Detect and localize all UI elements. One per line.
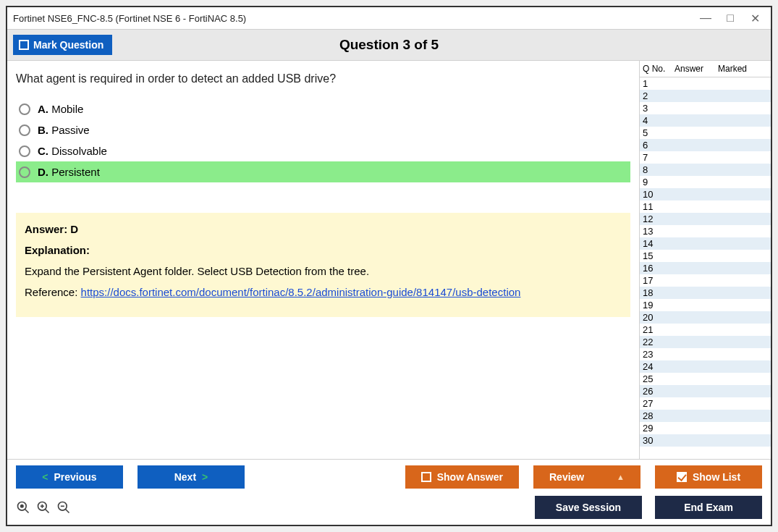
next-button[interactable]: Next > <box>138 465 245 489</box>
header-bar: Mark Question Question 3 of 5 <box>7 29 771 61</box>
question-list-row[interactable]: 20 <box>640 311 771 324</box>
option-text: Passive <box>51 124 90 136</box>
titlebar: Fortinet NSE6_FNC-8.5 (Fortinet NSE 6 - … <box>7 7 771 29</box>
question-list-row[interactable]: 1 <box>640 77 771 90</box>
mark-checkbox-icon <box>19 40 29 50</box>
question-list-row[interactable]: 23 <box>640 348 771 360</box>
review-caret-icon: ▲ <box>617 473 625 481</box>
review-label: Review <box>549 471 584 483</box>
save-session-button[interactable]: Save Session <box>535 496 642 519</box>
question-panel: What agent is required in order to detec… <box>7 61 639 459</box>
options-list: A. MobileB. PassiveC. DissolvableD. Pers… <box>16 98 630 182</box>
explanation-label: Explanation: <box>25 244 622 256</box>
question-list-row[interactable]: 14 <box>640 237 771 250</box>
question-text: What agent is required in order to detec… <box>16 72 630 85</box>
option-letter: D. <box>38 166 48 178</box>
option-letter: A. <box>38 103 48 115</box>
end-exam-label: End Exam <box>684 502 733 513</box>
option-text: Persistent <box>51 166 100 178</box>
maximize-icon[interactable]: □ <box>724 12 736 25</box>
mark-question-button[interactable]: Mark Question <box>13 35 112 55</box>
app-window: Fortinet NSE6_FNC-8.5 (Fortinet NSE 6 - … <box>6 6 772 526</box>
question-list-row[interactable]: 12 <box>640 213 771 225</box>
show-answer-checkbox-icon <box>421 472 431 482</box>
chevron-left-icon: < <box>42 471 48 483</box>
mark-question-label: Mark Question <box>33 39 103 51</box>
option-letter: B. <box>38 124 48 136</box>
question-list-row[interactable]: 2 <box>640 90 771 102</box>
option-text: Dissolvable <box>51 145 107 157</box>
question-list-row[interactable]: 9 <box>640 176 771 188</box>
question-list-row[interactable]: 10 <box>640 188 771 200</box>
col-answer: Answer <box>675 64 718 74</box>
zoom-out-icon[interactable] <box>56 500 71 515</box>
question-list-row[interactable]: 13 <box>640 225 771 237</box>
svg-point-2 <box>21 505 23 507</box>
question-list-row[interactable]: 4 <box>640 114 771 127</box>
window-controls: — □ ✕ <box>700 12 765 25</box>
question-list-row[interactable]: 15 <box>640 250 771 262</box>
primary-buttons: < Previous Next > Show Answer Review ▲ S… <box>16 465 762 489</box>
answer-panel: Answer: D Explanation: Expand the Persis… <box>16 213 630 317</box>
svg-line-8 <box>66 510 69 513</box>
show-list-button[interactable]: Show List <box>655 465 762 489</box>
question-list-row[interactable]: 8 <box>640 164 771 176</box>
answer-label: Answer: D <box>25 223 622 235</box>
question-list-row[interactable]: 24 <box>640 360 771 373</box>
close-icon[interactable]: ✕ <box>749 12 761 25</box>
show-answer-label: Show Answer <box>437 471 503 483</box>
question-list-row[interactable]: 25 <box>640 373 771 385</box>
question-list-row[interactable]: 29 <box>640 422 771 434</box>
previous-label: Previous <box>54 471 97 483</box>
show-list-label: Show List <box>693 471 740 483</box>
reference-label: Reference: <box>25 286 81 298</box>
window-title: Fortinet NSE6_FNC-8.5 (Fortinet NSE 6 - … <box>13 13 700 24</box>
option-row[interactable]: C. Dissolvable <box>16 140 630 161</box>
end-exam-button[interactable]: End Exam <box>655 496 762 519</box>
option-row[interactable]: D. Persistent <box>16 161 630 182</box>
question-list-row[interactable]: 17 <box>640 274 771 287</box>
svg-line-4 <box>46 510 49 513</box>
col-qno: Q No. <box>643 64 675 74</box>
question-list-row[interactable]: 11 <box>640 200 771 213</box>
zoom-reset-icon[interactable] <box>16 500 30 515</box>
reference-link[interactable]: https://docs.fortinet.com/document/forti… <box>81 286 521 298</box>
option-row[interactable]: A. Mobile <box>16 98 630 119</box>
save-session-label: Save Session <box>556 502 621 513</box>
question-list-row[interactable]: 7 <box>640 151 771 164</box>
minimize-icon[interactable]: — <box>700 12 711 25</box>
question-list-row[interactable]: 22 <box>640 336 771 348</box>
question-list-row[interactable]: 19 <box>640 299 771 311</box>
question-list[interactable]: 1234567891011121314151617181920212223242… <box>640 77 771 459</box>
explanation-text: Expand the Persistent Agent folder. Sele… <box>25 265 622 277</box>
option-letter: C. <box>38 145 48 157</box>
secondary-row: Save Session End Exam <box>16 496 762 519</box>
question-list-row[interactable]: 5 <box>640 127 771 139</box>
question-list-row[interactable]: 18 <box>640 287 771 299</box>
question-list-panel: Q No. Answer Marked 12345678910111213141… <box>639 61 771 459</box>
review-button[interactable]: Review ▲ <box>533 465 640 489</box>
question-list-row[interactable]: 6 <box>640 139 771 151</box>
question-list-row[interactable]: 16 <box>640 262 771 274</box>
question-list-row[interactable]: 28 <box>640 410 771 422</box>
radio-icon <box>19 145 30 157</box>
content-wrap: What agent is required in order to detec… <box>7 61 771 459</box>
reference-line: Reference: https://docs.fortinet.com/doc… <box>25 286 622 298</box>
question-list-row[interactable]: 21 <box>640 324 771 336</box>
show-answer-button[interactable]: Show Answer <box>405 465 519 489</box>
question-list-row[interactable]: 26 <box>640 385 771 397</box>
zoom-in-icon[interactable] <box>36 500 51 515</box>
zoom-controls <box>16 500 71 515</box>
question-counter: Question 3 of 5 <box>339 37 439 53</box>
show-list-checkbox-icon <box>677 472 687 482</box>
svg-line-1 <box>25 510 29 513</box>
question-list-row[interactable]: 3 <box>640 102 771 114</box>
question-list-header: Q No. Answer Marked <box>640 61 771 77</box>
option-row[interactable]: B. Passive <box>16 119 630 140</box>
option-text: Mobile <box>51 103 83 115</box>
next-label: Next <box>174 471 196 483</box>
question-list-row[interactable]: 30 <box>640 434 771 447</box>
question-list-row[interactable]: 27 <box>640 397 771 410</box>
radio-icon <box>19 166 30 178</box>
previous-button[interactable]: < Previous <box>16 465 123 489</box>
